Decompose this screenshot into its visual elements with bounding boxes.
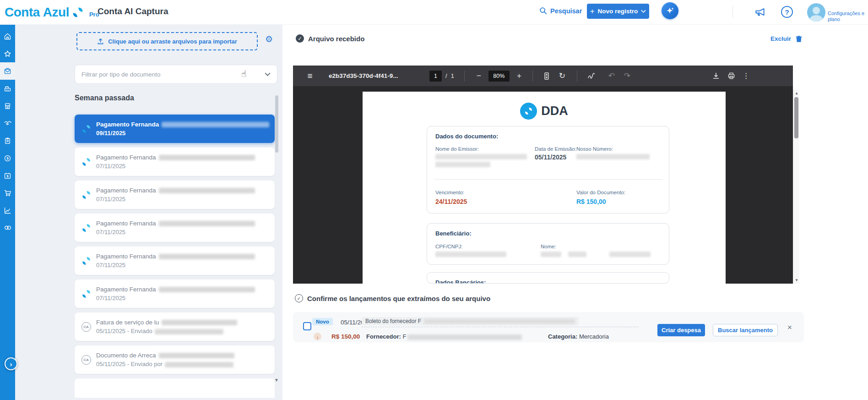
redacted-text <box>568 252 586 257</box>
nav-finance[interactable]: $ <box>0 149 15 167</box>
doc-item-date: 07/11/2025 <box>96 295 275 301</box>
pdf-filename: e2b37d35-370d-4f41-9... <box>329 72 426 79</box>
create-expense-button[interactable]: Criar despesa <box>657 324 705 336</box>
expand-sidebar-button[interactable]: › <box>5 357 17 370</box>
scroll-down-arrow[interactable]: ▼ <box>795 278 798 282</box>
scrollbar-thumb[interactable] <box>794 97 798 138</box>
card-title: Dados do documento: <box>435 133 498 140</box>
capture-settings-button[interactable]: ⚙ <box>265 34 273 44</box>
scroll-down-arrow[interactable]: ▼ <box>274 378 279 383</box>
svg-text:$: $ <box>6 174 8 178</box>
delete-file-button[interactable]: Excluir <box>770 35 803 43</box>
zoom-in-button[interactable]: + <box>512 71 526 81</box>
document-list-item[interactable] <box>75 378 275 398</box>
leaf-icon <box>524 107 533 115</box>
document-list-item[interactable]: CA Pagamento Fernanda 07/11/2025 <box>75 148 275 176</box>
leaf-icon <box>81 256 91 266</box>
entry-checkbox[interactable] <box>303 322 311 330</box>
logo-text: ContaAzul <box>5 5 69 20</box>
toolbar-menu-button[interactable]: ≡ <box>299 71 320 81</box>
file-section-title: Arquivo recebido <box>308 35 364 43</box>
scrollbar-thumb[interactable] <box>275 95 278 153</box>
documents-panel: Clique aqui ou arraste arquivos para imp… <box>15 25 282 400</box>
cash-register-icon <box>4 85 11 93</box>
document-type-filter[interactable]: Filtrar por tipo de documento <box>75 65 277 84</box>
page-separator: / <box>445 72 447 79</box>
nav-store[interactable] <box>0 97 15 115</box>
document-list-item[interactable]: CA Fatura de serviço de lu 05/11/2025 - … <box>75 312 275 341</box>
print-icon <box>727 72 735 80</box>
rotate-button[interactable]: ↻ <box>554 71 570 81</box>
plus-icon: + <box>517 71 521 81</box>
rotate-icon: ↻ <box>559 71 565 81</box>
dismiss-entry-button[interactable]: × <box>787 323 792 332</box>
delete-label: Excluir <box>770 35 791 42</box>
panel-scrollbar[interactable]: ▼ <box>275 94 279 397</box>
redacted-text <box>162 320 237 325</box>
ai-assistant-button[interactable] <box>662 2 678 19</box>
expense-arrow-icon: ↓ <box>314 333 321 340</box>
nav-integrations[interactable] <box>0 219 15 236</box>
pdf-viewer: ≡ e2b37d35-370d-4f41-9... 1 / 1 − 80% + … <box>293 66 793 284</box>
scroll-up-arrow[interactable]: ▲ <box>795 91 798 95</box>
pdf-canvas[interactable]: DDA Dados do documento: Nome do Emissor:… <box>293 86 793 284</box>
document-list-item[interactable]: CA Pagamento Fernanda 09/11/2025 <box>75 115 275 143</box>
document-list-item[interactable]: CA Pagamento Fernanda 07/11/2025 <box>75 214 275 242</box>
doc-item-title: Pagamento Fernanda <box>96 253 275 260</box>
minus-icon: − <box>477 71 481 81</box>
print-button[interactable] <box>724 72 739 80</box>
emitter-label: Nome do Emissor: <box>435 146 479 152</box>
avatar[interactable] <box>807 3 825 22</box>
search-label: Pesquisar <box>550 7 582 15</box>
doc-item-date: 07/11/2025 <box>96 196 275 203</box>
viewer-scrollbar[interactable]: ▲ ▼ <box>793 90 799 284</box>
document-list-item[interactable]: CA Pagamento Fernanda 07/11/2025 <box>75 279 275 308</box>
avatar-body <box>810 15 823 22</box>
doc-item-title: Pagamento Fernanda <box>96 187 275 194</box>
zoom-level[interactable]: 80% <box>488 71 510 82</box>
fit-page-icon <box>543 72 550 80</box>
sparkle-icon <box>665 6 675 16</box>
dropzone-label: Clique aqui ou arraste arquivos para imp… <box>108 38 237 45</box>
nav-favorites[interactable] <box>0 45 15 62</box>
page-number-input[interactable]: 1 <box>429 71 442 82</box>
redo-button[interactable]: ↷ <box>619 71 635 81</box>
entry-description-field[interactable]: Boleto do fornecedor F <box>362 317 639 327</box>
help-button[interactable]: ? <box>781 6 793 18</box>
nav-captura[interactable] <box>0 62 15 80</box>
redacted-text <box>159 353 234 358</box>
settings-plan-link[interactable]: Configurações e plano <box>828 11 867 22</box>
announcements-button[interactable] <box>754 6 766 18</box>
nav-handshake[interactable] <box>0 115 15 132</box>
fit-page-button[interactable] <box>539 72 554 80</box>
pdf-toolbar: ≡ e2b37d35-370d-4f41-9... 1 / 1 − 80% + … <box>293 66 793 86</box>
nav-scheduled-payments[interactable]: $ <box>0 167 15 184</box>
nav-purchases[interactable] <box>0 184 15 202</box>
document-list: CA Pagamento Fernanda 09/11/2025 CA Paga… <box>75 115 275 398</box>
search-icon <box>539 7 547 15</box>
category-field: Categoria: Mercadoria <box>548 333 609 340</box>
megaphone-icon <box>754 6 766 18</box>
nav-cash-register[interactable] <box>0 80 15 97</box>
redacted-text <box>159 287 255 292</box>
document-list-item[interactable]: CA Documento de Arreca 05/11/2025 - Envi… <box>75 345 275 374</box>
document-list-item[interactable]: CA Pagamento Fernanda 07/11/2025 <box>75 247 275 275</box>
more-options-button[interactable]: ⋮ <box>739 71 753 80</box>
document-list-item[interactable]: CA Pagamento Fernanda 07/11/2025 <box>75 181 275 209</box>
nav-rail: $ $ <box>0 25 15 400</box>
search-button[interactable]: Pesquisar <box>539 7 582 15</box>
nav-notes[interactable] <box>0 132 15 149</box>
find-entry-button[interactable]: Buscar lançamento <box>713 324 778 336</box>
new-record-button[interactable]: + Novo registro <box>587 4 649 19</box>
file-section-header: ✓ Arquivo recebido <box>296 34 364 43</box>
zoom-out-button[interactable]: − <box>472 71 486 81</box>
toolbar-separator <box>532 71 533 82</box>
emission-value: 05/11/2025 <box>535 153 566 161</box>
file-dropzone[interactable]: Clique aqui ou arraste arquivos para imp… <box>76 32 258 50</box>
undo-button[interactable]: ↶ <box>604 71 619 81</box>
nav-reports[interactable] <box>0 202 15 219</box>
annotate-button[interactable] <box>584 72 599 80</box>
conta-azul-logo[interactable]: ContaAzul Pro <box>5 5 99 20</box>
nav-home[interactable] <box>0 27 15 45</box>
download-button[interactable] <box>708 72 724 80</box>
